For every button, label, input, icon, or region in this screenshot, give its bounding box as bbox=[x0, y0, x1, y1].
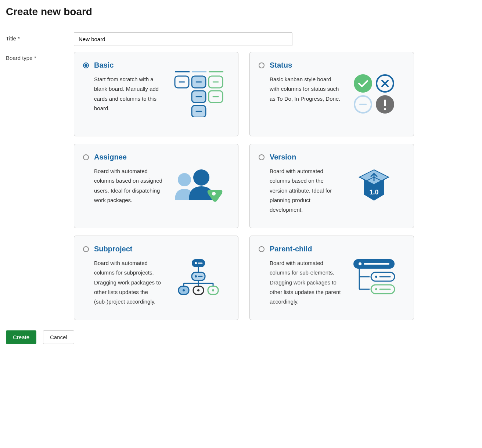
tile-desc-parent-child: Board with automated columns for sub-ele… bbox=[270, 258, 341, 307]
parent-child-list-icon bbox=[346, 253, 402, 301]
svg-rect-2 bbox=[209, 71, 223, 72]
radio-parent-child[interactable] bbox=[259, 246, 265, 252]
tile-desc-basic: Start from scratch with a blank board. M… bbox=[94, 75, 166, 113]
svg-rect-0 bbox=[175, 71, 190, 72]
tile-desc-subproject: Board with automated columns for subproj… bbox=[94, 258, 166, 307]
svg-rect-20 bbox=[384, 100, 386, 106]
board-type-status[interactable]: Status Basic kanban style board with col… bbox=[249, 52, 414, 136]
tile-desc-version: Board with automated columns based on th… bbox=[270, 166, 341, 215]
radio-basic[interactable] bbox=[83, 62, 89, 68]
svg-text:1.0: 1.0 bbox=[369, 189, 378, 196]
radio-assignee[interactable] bbox=[83, 154, 89, 160]
svg-point-27 bbox=[195, 262, 197, 264]
board-type-subproject[interactable]: Subproject Board with automated columns … bbox=[74, 236, 238, 320]
svg-point-31 bbox=[195, 275, 197, 277]
radio-subproject[interactable] bbox=[83, 246, 89, 252]
tile-title-parent-child: Parent-child bbox=[270, 245, 341, 253]
tile-title-assignee: Assignee bbox=[94, 153, 166, 161]
svg-point-43 bbox=[212, 289, 214, 291]
title-label: Title * bbox=[6, 32, 74, 42]
radio-status[interactable] bbox=[259, 62, 265, 68]
svg-point-54 bbox=[375, 288, 377, 290]
basic-board-icon bbox=[171, 69, 226, 117]
cancel-button[interactable]: Cancel bbox=[43, 330, 74, 344]
tile-title-status: Status bbox=[270, 61, 341, 69]
board-type-label: Board type * bbox=[6, 52, 74, 61]
svg-point-45 bbox=[359, 262, 362, 265]
svg-point-21 bbox=[384, 108, 386, 110]
board-type-basic[interactable]: Basic Start from scratch with a blank bo… bbox=[74, 52, 238, 136]
tile-title-basic: Basic bbox=[94, 61, 166, 69]
svg-point-41 bbox=[197, 289, 199, 291]
svg-point-23 bbox=[193, 169, 209, 186]
assignee-users-icon bbox=[171, 161, 226, 209]
board-type-assignee[interactable]: Assignee Board with automated columns ba… bbox=[74, 144, 238, 228]
svg-rect-1 bbox=[192, 71, 206, 72]
create-button[interactable]: Create bbox=[6, 330, 36, 344]
radio-version[interactable] bbox=[259, 154, 265, 160]
title-input[interactable] bbox=[74, 32, 292, 46]
version-box-icon: 1.0 bbox=[346, 161, 402, 209]
svg-point-15 bbox=[354, 74, 372, 93]
board-type-parent-child[interactable]: Parent-child Board with automated column… bbox=[249, 236, 414, 320]
page-title: Create new board bbox=[6, 6, 476, 18]
tile-desc-status: Basic kanban style board with columns fo… bbox=[270, 75, 341, 104]
svg-point-24 bbox=[212, 192, 216, 196]
tile-title-version: Version bbox=[270, 153, 341, 161]
board-type-grid: Basic Start from scratch with a blank bo… bbox=[74, 52, 414, 320]
tile-title-subproject: Subproject bbox=[94, 245, 166, 253]
status-circles-icon bbox=[346, 69, 402, 117]
svg-point-39 bbox=[183, 289, 185, 291]
subproject-tree-icon bbox=[171, 253, 226, 301]
svg-point-22 bbox=[178, 173, 191, 186]
tile-desc-assignee: Board with automated columns based on as… bbox=[94, 166, 166, 205]
board-type-version[interactable]: Version Board with automated columns bas… bbox=[249, 144, 414, 228]
svg-point-51 bbox=[375, 276, 377, 278]
